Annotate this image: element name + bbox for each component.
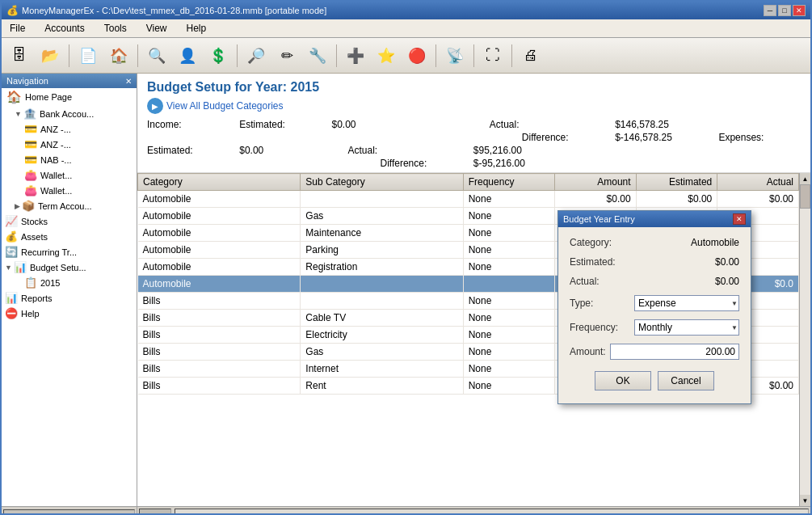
dialog-frequency-select[interactable]: Monthly Weekly Daily None Once Fortnight… bbox=[634, 319, 739, 336]
dialog-title-bar: Budget Year Entry ✕ bbox=[558, 211, 751, 227]
dialog-type-row: Type: Expense Income Transfer ▼ bbox=[570, 295, 739, 311]
dialog-estimated-value: $0.00 bbox=[634, 256, 739, 268]
dialog-type-select-wrapper: Expense Income Transfer ▼ bbox=[634, 295, 739, 311]
budget-year-entry-dialog: Budget Year Entry ✕ Category: Automobile… bbox=[557, 210, 751, 404]
dialog-buttons: OK Cancel bbox=[570, 368, 739, 394]
dialog-estimated-label: Estimated: bbox=[570, 256, 634, 268]
dialog-cancel-button[interactable]: Cancel bbox=[658, 371, 714, 390]
dialog-type-select[interactable]: Expense Income Transfer bbox=[634, 295, 739, 311]
dialog-ok-button[interactable]: OK bbox=[595, 371, 651, 390]
dialog-amount-input[interactable] bbox=[610, 344, 739, 360]
dialog-type-label: Type: bbox=[570, 298, 634, 309]
dialog-frequency-label: Frequency: bbox=[570, 322, 634, 333]
dialog-close-button[interactable]: ✕ bbox=[733, 213, 746, 225]
dialog-amount-row: Amount: bbox=[570, 344, 739, 360]
dialog-body: Category: Automobile Estimated: $0.00 Ac… bbox=[558, 227, 751, 403]
dialog-frequency-select-wrapper: Monthly Weekly Daily None Once Fortnight… bbox=[634, 319, 739, 336]
dialog-category-value: Automobile bbox=[634, 237, 739, 248]
dialog-actual-label: Actual: bbox=[570, 276, 634, 287]
dialog-actual-value: $0.00 bbox=[634, 276, 739, 287]
dialog-overlay: Budget Year Entry ✕ Category: Automobile… bbox=[0, 0, 812, 515]
dialog-category-row: Category: Automobile bbox=[570, 237, 739, 248]
dialog-amount-label: Amount: bbox=[570, 346, 610, 357]
dialog-actual-row: Actual: $0.00 bbox=[570, 276, 739, 287]
dialog-title: Budget Year Entry bbox=[563, 214, 635, 224]
dialog-category-label: Category: bbox=[570, 237, 634, 248]
dialog-estimated-row: Estimated: $0.00 bbox=[570, 256, 739, 268]
dialog-frequency-row: Frequency: Monthly Weekly Daily None Onc… bbox=[570, 319, 739, 336]
